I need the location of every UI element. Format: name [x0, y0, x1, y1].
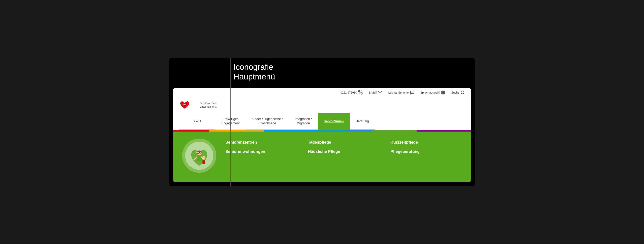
svg-rect-12 — [197, 156, 202, 161]
rb-red — [173, 130, 209, 132]
utility-bar: 0221 579980 E-Mail — [173, 88, 471, 97]
email-label: E-Mail — [369, 91, 377, 94]
icon-circle-inner — [185, 142, 213, 170]
dropdown-panel: Seniorenzentren Tagespflege Kurzzeitpfle… — [173, 132, 471, 182]
dropdown-link-seniorenzentren[interactable]: Seniorenzentren — [226, 140, 300, 145]
svg-point-5 — [461, 91, 464, 94]
nav-item-kinder[interactable]: Kinder / Jugendliche / Erwachsene — [246, 113, 289, 130]
easy-language-label: Leichte Sprache — [388, 91, 408, 94]
nav-bar: AWO Freiwilliges Engagement Kinder / Jug… — [173, 113, 471, 130]
phone-icon — [358, 90, 363, 95]
vertical-line — [230, 58, 231, 186]
svg-text:AWO: AWO — [182, 104, 187, 106]
email-icon — [378, 90, 382, 95]
dropdown-links: Seniorenzentren Tagespflege Kurzzeitpfle… — [226, 138, 465, 154]
search-item[interactable]: Suche — [451, 90, 465, 95]
nav-item-beratung[interactable]: Beratung — [350, 113, 375, 130]
logo-text: Bezirksverband Mittelrhein e.V. — [200, 102, 218, 108]
logo-area[interactable]: AWO Bezirksverband Mittelrhein e.V. — [179, 97, 224, 113]
language-item[interactable]: Sprachauswahl — [420, 90, 445, 95]
logo-line2: Mittelrhein e.V. — [200, 105, 218, 108]
language-label: Sprachauswahl — [420, 91, 440, 94]
rb-blue — [264, 130, 318, 132]
phone-number: 0221 579980 — [340, 91, 357, 94]
title-line1: Iconografie — [234, 62, 275, 72]
dropdown-link-pflegeberatung[interactable]: Pflegeberatung — [390, 149, 465, 154]
dropdown-link-seniorenwohnungen[interactable]: Seniorenwohnungen — [226, 149, 300, 154]
dropdown-link-haeusliche-pflege[interactable]: Häusliche Pflege — [308, 149, 382, 154]
svg-point-15 — [202, 156, 206, 160]
icon-circle-outer — [182, 138, 216, 173]
nav-item-awo[interactable]: AWO — [179, 113, 215, 130]
svg-line-6 — [464, 93, 464, 94]
dropdown-link-tagespflege[interactable]: Tagespflege — [308, 140, 382, 145]
svg-rect-16 — [202, 160, 205, 164]
easy-language-item[interactable]: Leichte Sprache — [388, 90, 414, 95]
rb-green — [372, 130, 416, 132]
dropdown-link-kurzzeitpflege[interactable]: Kurzzeitpflege — [390, 140, 465, 145]
logo-line1: Bezirksverband — [200, 102, 218, 105]
search-icon — [460, 90, 465, 95]
dropdown-image — [179, 138, 219, 174]
phone-item[interactable]: 0221 579980 — [340, 90, 363, 95]
rb-purple — [416, 130, 471, 132]
easy-language-icon — [410, 90, 414, 95]
outer-wrapper: Iconografie Hauptmenü 0221 579980 E-Mail — [169, 58, 475, 186]
logo-divider — [195, 101, 195, 109]
globe-icon — [441, 90, 445, 95]
nav-item-senioren[interactable]: Senior*innen — [318, 113, 350, 130]
email-item[interactable]: E-Mail — [369, 90, 382, 95]
awo-logo-svg: AWO — [179, 100, 190, 110]
title-overlay: Iconografie Hauptmenü — [234, 62, 275, 82]
rb-orange — [209, 130, 264, 132]
header-main: AWO Bezirksverband Mittelrhein e.V. — [173, 97, 471, 113]
title-line2: Hauptmenü — [234, 72, 275, 82]
rainbow-bar — [173, 130, 471, 132]
browser-frame: 0221 579980 E-Mail — [173, 88, 471, 182]
rb-blue2 — [318, 130, 372, 132]
nav-item-integration[interactable]: Integration / Migration — [289, 113, 318, 130]
search-label: Suche — [451, 91, 459, 94]
